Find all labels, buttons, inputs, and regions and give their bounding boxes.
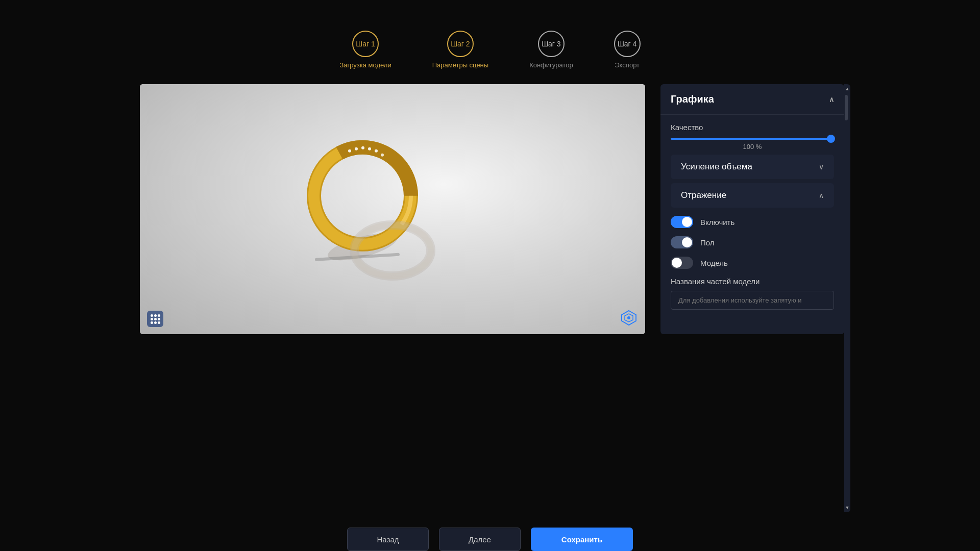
panel-header: Графика ∧	[660, 84, 844, 115]
svg-point-14	[627, 316, 630, 319]
volume-section-label: Усиление объема	[681, 162, 752, 172]
scrollbar-down-arrow[interactable]: ▼	[845, 504, 849, 511]
toggle-model[interactable]	[671, 257, 693, 269]
model-names-section: Названия частей модели	[671, 277, 834, 310]
step-3[interactable]: Шаг 3 Конфигуратор	[529, 31, 573, 69]
step-1-label: Загрузка модели	[339, 61, 391, 69]
step-3-label: Конфигуратор	[529, 61, 573, 69]
toggle-model-row: Модель	[671, 257, 834, 269]
next-button[interactable]: Далее	[439, 528, 521, 551]
toggle-enable-label: Включить	[700, 218, 734, 227]
reflection-section-header[interactable]: Отражение ∧	[671, 183, 834, 208]
ring-reflection	[341, 220, 444, 283]
step-1[interactable]: Шаг 1 Загрузка модели	[339, 31, 391, 69]
panel-body[interactable]: Качество 100 % Усиление объема ∨	[660, 115, 844, 334]
toggle-model-knob	[672, 258, 682, 268]
back-button[interactable]: Назад	[347, 528, 429, 551]
bottom-bar: Назад Далее Сохранить	[133, 528, 847, 551]
svg-point-13	[354, 225, 431, 276]
scrollbar[interactable]: ▲ ▼	[844, 84, 850, 512]
quality-slider-fill	[671, 138, 834, 140]
step-2[interactable]: Шаг 2 Параметры сцены	[432, 31, 488, 69]
step-4-circle: Шаг 4	[614, 31, 641, 57]
scrollbar-thumb[interactable]	[845, 95, 848, 120]
stepper: Шаг 1 Загрузка модели Шаг 2 Параметры сц…	[339, 31, 640, 69]
svg-point-8	[368, 147, 371, 151]
scrollbar-up-arrow[interactable]: ▲	[845, 85, 849, 92]
quality-slider-thumb[interactable]	[827, 135, 835, 143]
step-3-circle: Шаг 3	[538, 31, 565, 57]
toggle-floor-row: Пол	[671, 236, 834, 248]
toggle-model-label: Модель	[700, 259, 728, 267]
reflection-chevron-icon: ∧	[819, 191, 824, 199]
quality-slider-container[interactable]	[671, 138, 834, 140]
quality-value: 100 %	[671, 143, 834, 151]
toggle-floor-label: Пол	[700, 238, 715, 247]
ring-scene	[140, 84, 645, 334]
toggle-enable[interactable]	[671, 216, 693, 228]
right-panel: Графика ∧ Качество 100 %	[660, 84, 844, 334]
step-4-label: Экспорт	[615, 61, 640, 69]
step-1-circle: Шаг 1	[352, 31, 379, 57]
step-2-circle: Шаг 2	[447, 31, 474, 57]
panel-title: Графика	[671, 93, 714, 105]
quality-section: Качество 100 %	[671, 123, 834, 151]
save-button[interactable]: Сохранить	[531, 528, 633, 551]
svg-point-5	[348, 149, 351, 153]
step-2-label: Параметры сцены	[432, 61, 488, 69]
toggle-floor-knob	[682, 237, 692, 247]
toggle-floor[interactable]	[671, 236, 693, 248]
model-names-input[interactable]	[671, 291, 834, 310]
viewport-menu-button[interactable]	[147, 311, 163, 327]
svg-point-9	[375, 149, 378, 153]
model-names-label: Названия частей модели	[671, 277, 834, 286]
main-content: Графика ∧ Качество 100 %	[0, 84, 980, 512]
reflection-content: Включить Пол Модель	[671, 212, 834, 269]
viewport-logo	[620, 309, 638, 327]
panel-wrapper: Графика ∧ Качество 100 %	[645, 84, 850, 512]
quality-label: Качество	[671, 123, 834, 132]
volume-chevron-icon: ∨	[819, 163, 824, 171]
svg-point-7	[361, 146, 364, 149]
toggle-enable-knob	[682, 217, 692, 227]
svg-point-10	[381, 154, 384, 157]
reflection-section-label: Отражение	[681, 190, 726, 201]
step-4[interactable]: Шаг 4 Экспорт	[614, 31, 641, 69]
svg-point-6	[355, 147, 358, 151]
viewport[interactable]	[140, 84, 645, 334]
quality-slider-track	[671, 138, 834, 140]
panel-collapse-icon[interactable]: ∧	[829, 95, 834, 104]
toggle-enable-row: Включить	[671, 216, 834, 228]
volume-section-header[interactable]: Усиление объема ∨	[671, 155, 834, 179]
